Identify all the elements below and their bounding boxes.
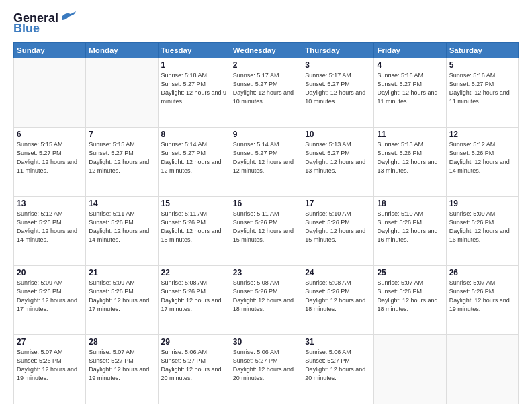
- day-number: 12: [449, 130, 515, 139]
- calendar-cell: 28Sunrise: 5:07 AMSunset: 5:27 PMDayligh…: [86, 335, 158, 404]
- day-number: 8: [161, 130, 227, 139]
- calendar-week-2: 6Sunrise: 5:15 AMSunset: 5:27 PMDaylight…: [14, 128, 519, 197]
- day-detail: Sunrise: 5:09 AMSunset: 5:26 PMDaylight:…: [17, 279, 83, 314]
- day-number: 31: [305, 337, 371, 347]
- calendar-cell: 4Sunrise: 5:16 AMSunset: 5:27 PMDaylight…: [374, 58, 446, 128]
- page: General Blue SundayMondayTuesdayWednesda…: [0, 0, 532, 411]
- day-number: 20: [17, 268, 83, 277]
- day-number: 23: [233, 268, 299, 277]
- calendar-cell: 7Sunrise: 5:15 AMSunset: 5:27 PMDaylight…: [86, 128, 158, 197]
- day-detail: Sunrise: 5:12 AMSunset: 5:26 PMDaylight:…: [449, 140, 515, 175]
- calendar-cell: 20Sunrise: 5:09 AMSunset: 5:26 PMDayligh…: [14, 266, 86, 335]
- day-detail: Sunrise: 5:14 AMSunset: 5:27 PMDaylight:…: [161, 140, 227, 175]
- calendar-cell: 6Sunrise: 5:15 AMSunset: 5:27 PMDaylight…: [14, 128, 86, 197]
- day-number: 14: [89, 199, 154, 208]
- day-number: 5: [449, 60, 515, 70]
- day-number: 22: [161, 268, 227, 277]
- calendar-cell: 18Sunrise: 5:10 AMSunset: 5:26 PMDayligh…: [374, 197, 446, 266]
- day-number: 4: [377, 60, 443, 70]
- calendar-cell: 23Sunrise: 5:08 AMSunset: 5:26 PMDayligh…: [230, 266, 302, 335]
- day-detail: Sunrise: 5:18 AMSunset: 5:27 PMDaylight:…: [161, 71, 227, 106]
- logo-blue: Blue: [13, 21, 40, 36]
- day-detail: Sunrise: 5:06 AMSunset: 5:27 PMDaylight:…: [233, 348, 299, 383]
- calendar-cell: 12Sunrise: 5:12 AMSunset: 5:26 PMDayligh…: [446, 128, 518, 197]
- calendar-cell: [86, 58, 158, 128]
- day-number: 26: [449, 268, 515, 277]
- day-number: 7: [89, 130, 154, 139]
- weekday-header-monday: Monday: [86, 43, 158, 58]
- day-detail: Sunrise: 5:07 AMSunset: 5:27 PMDaylight:…: [89, 348, 154, 383]
- day-number: 17: [305, 199, 371, 208]
- calendar-cell: 25Sunrise: 5:07 AMSunset: 5:26 PMDayligh…: [374, 266, 446, 335]
- day-detail: Sunrise: 5:11 AMSunset: 5:26 PMDaylight:…: [233, 210, 299, 244]
- day-detail: Sunrise: 5:14 AMSunset: 5:27 PMDaylight:…: [233, 140, 299, 175]
- day-number: 1: [161, 60, 227, 70]
- calendar-cell: 26Sunrise: 5:07 AMSunset: 5:26 PMDayligh…: [446, 266, 518, 335]
- day-detail: Sunrise: 5:06 AMSunset: 5:27 PMDaylight:…: [161, 348, 227, 383]
- calendar-cell: 31Sunrise: 5:06 AMSunset: 5:27 PMDayligh…: [302, 335, 374, 404]
- day-number: 10: [305, 130, 371, 139]
- day-detail: Sunrise: 5:08 AMSunset: 5:26 PMDaylight:…: [161, 279, 227, 314]
- calendar-cell: 22Sunrise: 5:08 AMSunset: 5:26 PMDayligh…: [158, 266, 230, 335]
- calendar-cell: 8Sunrise: 5:14 AMSunset: 5:27 PMDaylight…: [158, 128, 230, 197]
- calendar-week-5: 27Sunrise: 5:07 AMSunset: 5:26 PMDayligh…: [14, 335, 519, 404]
- weekday-header-sunday: Sunday: [14, 43, 86, 58]
- day-detail: Sunrise: 5:07 AMSunset: 5:26 PMDaylight:…: [449, 279, 515, 314]
- day-number: 9: [233, 130, 299, 139]
- day-detail: Sunrise: 5:15 AMSunset: 5:27 PMDaylight:…: [17, 140, 83, 175]
- day-detail: Sunrise: 5:08 AMSunset: 5:26 PMDaylight:…: [305, 279, 371, 314]
- calendar-cell: 17Sunrise: 5:10 AMSunset: 5:26 PMDayligh…: [302, 197, 374, 266]
- calendar-cell: [374, 335, 446, 404]
- calendar-cell: 14Sunrise: 5:11 AMSunset: 5:26 PMDayligh…: [86, 197, 158, 266]
- day-detail: Sunrise: 5:07 AMSunset: 5:26 PMDaylight:…: [377, 279, 443, 314]
- calendar-cell: 10Sunrise: 5:13 AMSunset: 5:27 PMDayligh…: [302, 128, 374, 197]
- day-detail: Sunrise: 5:15 AMSunset: 5:27 PMDaylight:…: [89, 140, 154, 175]
- calendar-cell: 15Sunrise: 5:11 AMSunset: 5:26 PMDayligh…: [158, 197, 230, 266]
- calendar-cell: 21Sunrise: 5:09 AMSunset: 5:26 PMDayligh…: [86, 266, 158, 335]
- calendar-cell: 2Sunrise: 5:17 AMSunset: 5:27 PMDaylight…: [230, 58, 302, 128]
- day-number: 25: [377, 268, 443, 277]
- day-detail: Sunrise: 5:11 AMSunset: 5:26 PMDaylight:…: [161, 210, 227, 244]
- day-number: 15: [161, 199, 227, 208]
- day-number: 16: [233, 199, 299, 208]
- header: General Blue: [13, 12, 519, 36]
- calendar-cell: [14, 58, 86, 128]
- calendar-table: SundayMondayTuesdayWednesdayThursdayFrid…: [13, 42, 519, 404]
- calendar-cell: 24Sunrise: 5:08 AMSunset: 5:26 PMDayligh…: [302, 266, 374, 335]
- calendar-cell: 29Sunrise: 5:06 AMSunset: 5:27 PMDayligh…: [158, 335, 230, 404]
- calendar-cell: 3Sunrise: 5:17 AMSunset: 5:27 PMDaylight…: [302, 58, 374, 128]
- day-detail: Sunrise: 5:17 AMSunset: 5:27 PMDaylight:…: [305, 71, 371, 106]
- day-number: 18: [377, 199, 443, 208]
- calendar-cell: 5Sunrise: 5:16 AMSunset: 5:27 PMDaylight…: [446, 58, 518, 128]
- day-number: 29: [161, 337, 227, 347]
- weekday-header-wednesday: Wednesday: [230, 43, 302, 58]
- weekday-header-saturday: Saturday: [446, 43, 518, 58]
- weekday-header-thursday: Thursday: [302, 43, 374, 58]
- day-number: 6: [17, 130, 83, 139]
- logo-bird-icon: [61, 11, 76, 21]
- calendar-cell: [446, 335, 518, 404]
- calendar-cell: 11Sunrise: 5:13 AMSunset: 5:26 PMDayligh…: [374, 128, 446, 197]
- day-detail: Sunrise: 5:06 AMSunset: 5:27 PMDaylight:…: [305, 348, 371, 383]
- weekday-header-tuesday: Tuesday: [158, 43, 230, 58]
- day-number: 21: [89, 268, 154, 277]
- calendar-cell: 30Sunrise: 5:06 AMSunset: 5:27 PMDayligh…: [230, 335, 302, 404]
- calendar-week-1: 1Sunrise: 5:18 AMSunset: 5:27 PMDaylight…: [14, 58, 519, 128]
- day-detail: Sunrise: 5:17 AMSunset: 5:27 PMDaylight:…: [233, 71, 299, 106]
- day-number: 2: [233, 60, 299, 70]
- day-detail: Sunrise: 5:12 AMSunset: 5:26 PMDaylight:…: [17, 210, 83, 244]
- day-detail: Sunrise: 5:13 AMSunset: 5:27 PMDaylight:…: [305, 140, 371, 175]
- day-number: 11: [377, 130, 443, 139]
- day-detail: Sunrise: 5:08 AMSunset: 5:26 PMDaylight:…: [233, 279, 299, 314]
- calendar-cell: 1Sunrise: 5:18 AMSunset: 5:27 PMDaylight…: [158, 58, 230, 128]
- calendar-week-4: 20Sunrise: 5:09 AMSunset: 5:26 PMDayligh…: [14, 266, 519, 335]
- day-number: 24: [305, 268, 371, 277]
- calendar-header-row: SundayMondayTuesdayWednesdayThursdayFrid…: [14, 43, 519, 58]
- weekday-header-friday: Friday: [374, 43, 446, 58]
- day-number: 27: [17, 337, 83, 347]
- calendar-week-3: 13Sunrise: 5:12 AMSunset: 5:26 PMDayligh…: [14, 197, 519, 266]
- day-detail: Sunrise: 5:13 AMSunset: 5:26 PMDaylight:…: [377, 140, 443, 175]
- calendar-cell: 19Sunrise: 5:09 AMSunset: 5:26 PMDayligh…: [446, 197, 518, 266]
- day-number: 3: [305, 60, 371, 70]
- day-detail: Sunrise: 5:11 AMSunset: 5:26 PMDaylight:…: [89, 210, 154, 244]
